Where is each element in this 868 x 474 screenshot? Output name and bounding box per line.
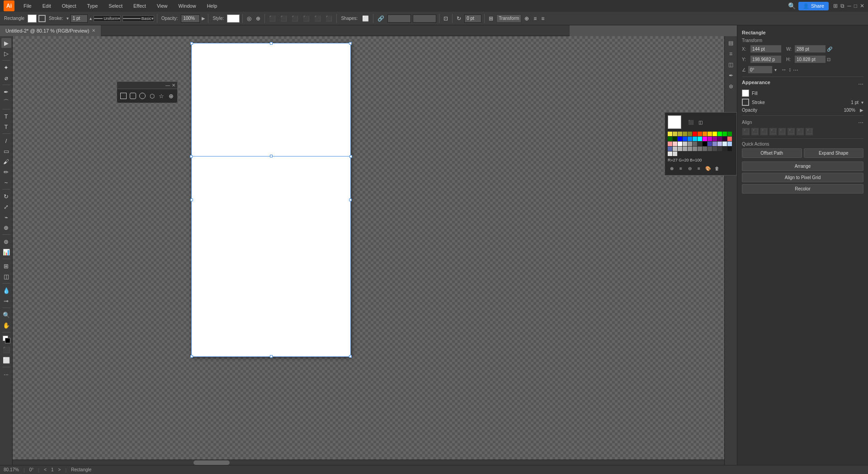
color-swatch[interactable]: [688, 147, 692, 151]
color-swatch[interactable]: [688, 142, 692, 146]
color-swatch[interactable]: [673, 142, 677, 146]
color-swatch[interactable]: [673, 147, 677, 151]
curvature-tool[interactable]: ⌒: [1, 97, 11, 107]
stroke-weight-input[interactable]: [71, 14, 88, 23]
paintbrush-tool[interactable]: 🖌: [1, 156, 11, 166]
menu-effect[interactable]: Effect: [132, 2, 148, 9]
align-pixel-grid-button[interactable]: Align to Pixel Grid: [742, 173, 863, 182]
menu-select[interactable]: Select: [107, 2, 124, 9]
transform-button[interactable]: Transform: [496, 14, 521, 23]
menu-object[interactable]: Object: [60, 2, 78, 9]
color-swatch[interactable]: [717, 147, 722, 151]
mesh-tool[interactable]: ⊞: [1, 261, 11, 271]
draw-mode-btn[interactable]: ⬛: [1, 345, 11, 355]
search-icon[interactable]: 🔍: [788, 2, 796, 9]
offset-path-button[interactable]: Offset Path: [742, 148, 802, 158]
color-swatch[interactable]: [668, 132, 672, 136]
stroke-uniform-dropdown-icon[interactable]: ▾: [118, 16, 120, 21]
measure-tool[interactable]: ⊸: [1, 296, 11, 306]
color-swatch[interactable]: [722, 142, 727, 146]
add-swatch-icon[interactable]: ⊕: [668, 164, 676, 172]
swatch-list-icon[interactable]: ≡: [695, 164, 703, 172]
color-swatch[interactable]: [698, 142, 702, 146]
touch-type-tool[interactable]: T: [1, 122, 11, 132]
color-swatch[interactable]: [727, 132, 732, 136]
warp-tool[interactable]: ⌁: [1, 212, 11, 222]
prev-artboard-btn[interactable]: <: [44, 467, 47, 472]
custom-shape-btn[interactable]: ⊕: [168, 91, 175, 100]
maximize-icon[interactable]: □: [854, 3, 857, 9]
expand-shape-button[interactable]: Expand Shape: [804, 148, 864, 158]
angle-input[interactable]: [748, 66, 773, 74]
color-swatch[interactable]: [708, 142, 712, 146]
align-bottom-btn[interactable]: ⬛: [787, 128, 795, 136]
more-tools-btn[interactable]: ···: [1, 369, 11, 379]
color-swatch[interactable]: [722, 132, 727, 136]
artboard[interactable]: [191, 43, 351, 357]
direct-selection-tool[interactable]: ▷: [1, 48, 11, 58]
style-swatch[interactable]: [227, 14, 240, 23]
stroke-weight-up-icon[interactable]: ▴: [90, 16, 92, 21]
pencil-tool[interactable]: ✏: [1, 167, 11, 177]
color-swatch[interactable]: [688, 132, 692, 136]
snap-icon[interactable]: ⊕: [523, 15, 530, 22]
canvas-area[interactable]: — ✕ ⬡ ☆ ⊕: [13, 36, 724, 474]
color-swatch[interactable]: [727, 147, 732, 151]
height-panel-input[interactable]: [794, 55, 826, 63]
color-swatch[interactable]: [722, 147, 727, 151]
stroke-color-panel-swatch[interactable]: [742, 99, 749, 106]
color-swatch[interactable]: [668, 137, 672, 141]
opacity-options-icon[interactable]: ▶: [202, 16, 205, 21]
swatch-color-icon[interactable]: 🎨: [704, 164, 712, 172]
document-tab[interactable]: Untitled-2* @ 80.17 % (RGB/Preview) ✕: [0, 25, 101, 36]
stroke-dropdown-icon[interactable]: ▾: [861, 100, 863, 105]
more-options-icon[interactable]: ≡: [540, 15, 546, 22]
hand-tool[interactable]: ✋: [1, 320, 11, 330]
color-swatch[interactable]: [727, 137, 732, 141]
dist-h-btn[interactable]: ⬛: [796, 128, 804, 136]
align-top-btn[interactable]: ⬛: [769, 128, 777, 136]
rotate-tool[interactable]: ↻: [1, 191, 11, 201]
color-swatch[interactable]: [683, 132, 687, 136]
align-center-h-btn[interactable]: ⬛: [751, 128, 759, 136]
color-swatch[interactable]: [703, 132, 707, 136]
arrange-button[interactable]: Arrange: [742, 161, 863, 171]
align-center-v-icon[interactable]: ⬛: [313, 15, 322, 22]
color-swatch[interactable]: [712, 137, 717, 141]
color-mode-icon[interactable]: ⬛: [687, 118, 695, 126]
zoom-level[interactable]: 80.17%: [4, 467, 19, 472]
gradient-tool[interactable]: ◫: [1, 271, 11, 281]
height-input[interactable]: 10.828 pt: [413, 14, 436, 23]
align-bottom-icon[interactable]: ⬛: [324, 15, 334, 22]
color-swatch[interactable]: [673, 132, 677, 136]
menu-view[interactable]: View: [155, 2, 170, 9]
color-swatch[interactable]: [717, 142, 722, 146]
properties-panel-icon[interactable]: ▤: [726, 38, 736, 48]
window-restore-icon[interactable]: ⧉: [840, 3, 844, 9]
scroll-thumb[interactable]: [193, 460, 230, 465]
lasso-tool[interactable]: ⌀: [1, 73, 11, 83]
close-icon[interactable]: ✕: [860, 3, 864, 9]
y-input[interactable]: [750, 55, 782, 63]
grid-view-icon[interactable]: ⊞: [833, 3, 838, 9]
smooth-tool[interactable]: ~: [1, 177, 11, 187]
stroke-profile-dropdown-icon[interactable]: ▾: [151, 16, 154, 21]
rounded-rect-shape-btn[interactable]: [129, 91, 136, 100]
color-swatch[interactable]: [722, 137, 727, 141]
link-wh-panel-icon[interactable]: 🔗: [827, 47, 832, 52]
recolor-button[interactable]: Recolor: [742, 184, 863, 194]
round-join-icon[interactable]: ◎: [245, 15, 253, 22]
magic-wand-tool[interactable]: ✦: [1, 62, 11, 72]
symbol-spray-tool[interactable]: ⊛: [1, 237, 11, 246]
rotation-value[interactable]: 0°: [29, 467, 34, 472]
rect-handle-center[interactable]: [270, 155, 273, 157]
color-swatch[interactable]: [683, 142, 687, 146]
color-swatch[interactable]: [683, 137, 687, 141]
puppet-warp-tool[interactable]: ⊕: [1, 223, 11, 232]
transform-more-icon[interactable]: ···: [793, 66, 798, 73]
flip-h-icon[interactable]: ↔: [781, 66, 787, 73]
rect-handle-left[interactable]: [190, 155, 193, 158]
align-path-icon[interactable]: ⊕: [255, 15, 262, 22]
fill-color-swatch[interactable]: [28, 14, 37, 23]
color-swatch[interactable]: [703, 147, 707, 151]
